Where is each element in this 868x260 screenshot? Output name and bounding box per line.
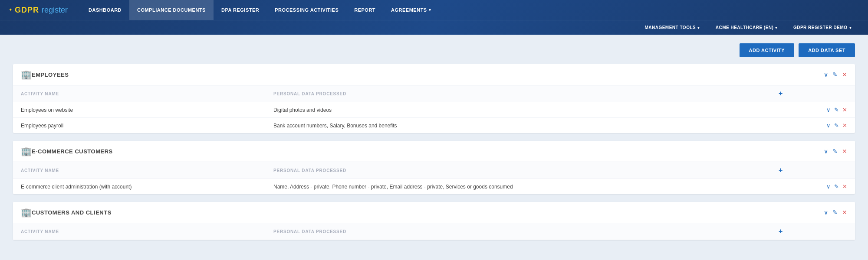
employees-add-icon[interactable]: +	[779, 90, 783, 97]
activity-name-cell: E-commerce client administration (with a…	[13, 179, 266, 195]
section-customers-header: 🏢 CUSTOMERS AND CLIENTS ∨ ✎ ✕	[13, 202, 855, 223]
section-employees-title: EMPLOYEES	[32, 72, 824, 78]
row-edit-icon[interactable]: ✎	[834, 122, 839, 129]
section-ecommerce-header: 🏢 E-COMMERCE CUSTOMERS ∨ ✎ ✕	[13, 141, 855, 162]
customers-add-icon[interactable]: +	[779, 228, 783, 235]
section-employees-header: 🏢 EMPLOYEES ∨ ✎ ✕	[13, 64, 855, 85]
row-edit-icon[interactable]: ✎	[834, 107, 839, 113]
main-nav-items: DASHBOARD COMPLIANCE DOCUMENTS DPA REGIS…	[81, 0, 859, 20]
col-header-activity-name: ACTIVITY NAME	[13, 162, 266, 179]
nav-compliance-documents[interactable]: COMPLIANCE DOCUMENTS	[129, 0, 214, 20]
nav-gdpr-demo[interactable]: GDPR REGISTER DEMO ▾	[786, 20, 859, 35]
employees-table: ACTIVITY NAME PERSONAL DATA PROCESSED + …	[13, 85, 855, 133]
employees-edit-icon[interactable]: ✎	[832, 71, 838, 78]
nav-processing-activities[interactable]: PROCESSING ACTIVITIES	[267, 0, 346, 20]
row-actions-cell: ∨ ✎ ✕	[771, 179, 855, 195]
row-action-group: ∨ ✎ ✕	[779, 183, 847, 190]
customers-delete-icon[interactable]: ✕	[842, 209, 847, 216]
nav-management-tools[interactable]: MANAGEMENT TOOLS ▾	[637, 20, 707, 35]
agreements-chevron-icon: ▾	[429, 8, 431, 12]
ecommerce-table: ACTIVITY NAME PERSONAL DATA PROCESSED + …	[13, 162, 855, 194]
ecommerce-collapse-icon[interactable]: ∨	[824, 148, 828, 155]
col-header-personal-data: PERSONAL DATA PROCESSED	[266, 162, 771, 179]
row-action-group: ∨ ✎ ✕	[779, 122, 847, 129]
top-nav: ✦ GDPR register DASHBOARD COMPLIANCE DOC…	[0, 0, 868, 20]
nav-acme-healthcare[interactable]: ACME HEALTHCARE (EN) ▾	[708, 20, 786, 35]
ecommerce-delete-icon[interactable]: ✕	[842, 148, 847, 155]
customers-edit-icon[interactable]: ✎	[832, 209, 838, 216]
row-delete-icon[interactable]: ✕	[842, 122, 847, 129]
row-actions-cell: ∨ ✎ ✕	[771, 118, 855, 133]
section-customers: 🏢 CUSTOMERS AND CLIENTS ∨ ✎ ✕ ACTIVITY N…	[13, 202, 855, 240]
logo-register-text: register	[42, 6, 68, 15]
section-customers-actions: ∨ ✎ ✕	[824, 209, 847, 216]
customers-building-icon: 🏢	[21, 207, 32, 218]
employees-table-header-row: ACTIVITY NAME PERSONAL DATA PROCESSED +	[13, 85, 855, 102]
row-delete-icon[interactable]: ✕	[842, 107, 847, 113]
customers-table-header-row: ACTIVITY NAME PERSONAL DATA PROCESSED +	[13, 223, 855, 240]
col-header-add: +	[771, 85, 855, 102]
ecommerce-table-header-row: ACTIVITY NAME PERSONAL DATA PROCESSED +	[13, 162, 855, 179]
personal-data-cell: Bank account numbers, Salary, Bonuses an…	[266, 118, 771, 133]
nav-agreements[interactable]: AGREEMENTS ▾	[383, 0, 439, 20]
ecommerce-edit-icon[interactable]: ✎	[832, 148, 838, 155]
nav-dpa-register[interactable]: DPA REGISTER	[214, 0, 267, 20]
table-row: E-commerce client administration (with a…	[13, 179, 855, 195]
section-ecommerce-title: E-COMMERCE CUSTOMERS	[32, 148, 824, 155]
nav-dashboard[interactable]: DASHBOARD	[81, 0, 129, 20]
row-edit-icon[interactable]: ✎	[834, 183, 839, 190]
col-header-activity-name: ACTIVITY NAME	[13, 223, 266, 240]
ecommerce-building-icon: 🏢	[21, 146, 32, 156]
table-row: Employees on website Digital photos and …	[13, 102, 855, 118]
section-ecommerce: 🏢 E-COMMERCE CUSTOMERS ∨ ✎ ✕ ACTIVITY NA…	[13, 141, 855, 194]
content-area: ADD ACTIVITY ADD DATA SET 🏢 EMPLOYEES ∨ …	[0, 35, 868, 260]
logo-gdpr-text: GDPR	[15, 6, 39, 15]
row-collapse-icon[interactable]: ∨	[826, 107, 831, 113]
row-action-group: ∨ ✎ ✕	[779, 107, 847, 113]
row-collapse-icon[interactable]: ∨	[826, 122, 831, 129]
action-row: ADD ACTIVITY ADD DATA SET	[13, 43, 855, 57]
table-row: Employees payroll Bank account numbers, …	[13, 118, 855, 133]
row-delete-icon[interactable]: ✕	[842, 183, 847, 190]
add-activity-button[interactable]: ADD ACTIVITY	[740, 43, 795, 57]
personal-data-cell: Digital photos and videos	[266, 102, 771, 118]
section-ecommerce-actions: ∨ ✎ ✕	[824, 148, 847, 155]
employees-building-icon: 🏢	[21, 69, 32, 80]
logo-stars-icon: ✦	[9, 8, 12, 12]
add-dataset-button[interactable]: ADD DATA SET	[799, 43, 855, 57]
activity-name-cell: Employees on website	[13, 102, 266, 118]
col-header-add: +	[771, 162, 855, 179]
section-customers-title: CUSTOMERS AND CLIENTS	[32, 209, 824, 216]
logo[interactable]: ✦ GDPR register	[9, 6, 68, 15]
row-collapse-icon[interactable]: ∨	[826, 183, 831, 190]
row-actions-cell: ∨ ✎ ✕	[771, 102, 855, 118]
employees-collapse-icon[interactable]: ∨	[824, 71, 828, 78]
col-header-personal-data: PERSONAL DATA PROCESSED	[266, 85, 771, 102]
mgmt-tools-chevron-icon: ▾	[697, 26, 700, 30]
customers-collapse-icon[interactable]: ∨	[824, 209, 828, 216]
acme-chevron-icon: ▾	[775, 26, 778, 30]
customers-table: ACTIVITY NAME PERSONAL DATA PROCESSED +	[13, 223, 855, 240]
personal-data-cell: Name, Address - private, Phone number - …	[266, 179, 771, 195]
col-header-personal-data: PERSONAL DATA PROCESSED	[266, 223, 771, 240]
section-employees-actions: ∨ ✎ ✕	[824, 71, 847, 78]
activity-name-cell: Employees payroll	[13, 118, 266, 133]
employees-delete-icon[interactable]: ✕	[842, 71, 847, 78]
second-nav: MANAGEMENT TOOLS ▾ ACME HEALTHCARE (EN) …	[0, 20, 868, 35]
col-header-add: +	[771, 223, 855, 240]
gdpr-demo-chevron-icon: ▾	[849, 26, 852, 30]
nav-report[interactable]: REPORT	[346, 0, 383, 20]
col-header-activity-name: ACTIVITY NAME	[13, 85, 266, 102]
section-employees: 🏢 EMPLOYEES ∨ ✎ ✕ ACTIVITY NAME PERSONAL…	[13, 64, 855, 133]
ecommerce-add-icon[interactable]: +	[779, 166, 783, 174]
